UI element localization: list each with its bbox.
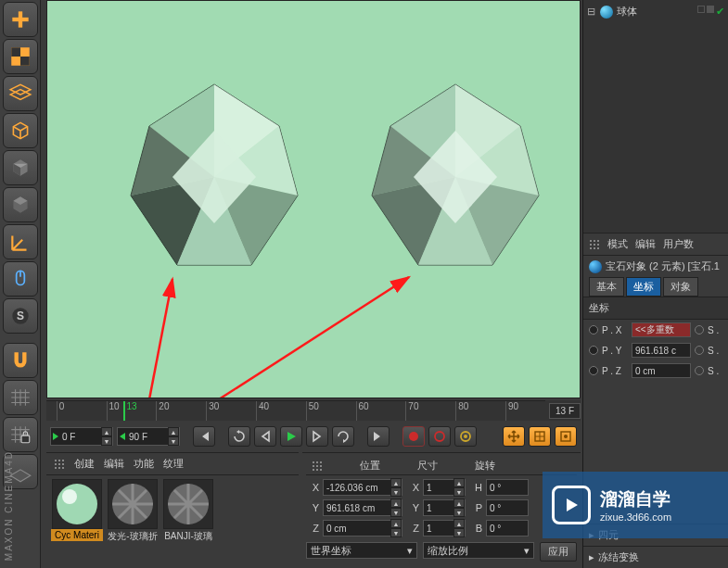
menu-function[interactable]: 功能 bbox=[134, 457, 154, 471]
tab-object[interactable]: 对象 bbox=[663, 277, 698, 297]
tool-magnet[interactable] bbox=[3, 343, 38, 378]
end-frame-field[interactable]: 90 F ▲▼ bbox=[117, 427, 180, 446]
material-label[interactable]: BANJI-玻璃 bbox=[162, 529, 214, 544]
rot-p-field[interactable]: 0 ° bbox=[486, 499, 529, 516]
material-label[interactable]: 发光-玻璃折 bbox=[107, 529, 159, 544]
autokey-button[interactable] bbox=[428, 426, 451, 447]
playhead[interactable] bbox=[123, 401, 125, 421]
size-y-field[interactable]: 1▲▼ bbox=[423, 499, 466, 516]
material-thumb[interactable] bbox=[163, 479, 213, 529]
head-position: 位置 bbox=[360, 459, 380, 473]
drag-dots-icon[interactable] bbox=[54, 459, 65, 470]
tool-sphere[interactable]: S bbox=[3, 298, 38, 334]
watermark-overlay: 溜溜自学 zixue.3d66.com bbox=[543, 472, 728, 538]
record-button[interactable] bbox=[402, 426, 425, 447]
play-button[interactable] bbox=[280, 426, 302, 447]
gem-object-2[interactable] bbox=[363, 75, 548, 279]
accordion-freeze[interactable]: ▸ 冻结变换 bbox=[583, 546, 728, 568]
drag-dots-icon[interactable] bbox=[589, 239, 600, 250]
tool-grid[interactable] bbox=[3, 76, 38, 111]
tab-coord[interactable]: 坐标 bbox=[626, 277, 661, 297]
key-radio[interactable] bbox=[589, 366, 598, 375]
tool-grid2[interactable] bbox=[3, 380, 38, 415]
viewport[interactable] bbox=[46, 0, 581, 398]
tool-axis[interactable] bbox=[3, 224, 38, 259]
head-rotation: 旋转 bbox=[475, 459, 495, 473]
goto-start-button[interactable] bbox=[193, 426, 215, 447]
visibility-editor-toggle[interactable] bbox=[697, 6, 705, 13]
attr-mode[interactable]: 模式 bbox=[607, 237, 628, 251]
spin-down[interactable]: ▼ bbox=[101, 436, 112, 446]
object-tree[interactable]: ⊟ 球体 ✔ bbox=[583, 0, 728, 234]
gem-object-1[interactable] bbox=[121, 75, 307, 279]
menu-edit[interactable]: 编辑 bbox=[104, 457, 124, 471]
loop-button[interactable] bbox=[228, 426, 250, 447]
size-z-field[interactable]: 1▲▼ bbox=[423, 520, 466, 536]
prop-row-py: P . Y 961.618 c S . bbox=[583, 340, 728, 360]
key-radio[interactable] bbox=[589, 346, 598, 355]
brand-label: MAXON CINEMA4D bbox=[4, 450, 14, 561]
next-key-button[interactable] bbox=[306, 426, 328, 447]
tool-cube-shaded[interactable] bbox=[3, 150, 38, 185]
apply-button[interactable]: 应用 bbox=[540, 542, 577, 562]
coord-row-y: Y 961.618 cm▲▼ Y 1▲▼ P 0 ° bbox=[306, 499, 577, 516]
timeline[interactable]: 0 10 13 20 30 40 50 60 70 80 90 13 F bbox=[46, 400, 581, 421]
pos-z-field[interactable]: 0 cm▲▼ bbox=[323, 520, 402, 536]
tool-cube-wire[interactable] bbox=[3, 113, 38, 148]
prop-value-pz[interactable]: 0 cm bbox=[632, 363, 691, 378]
pos-x-field[interactable]: -126.036 cm▲▼ bbox=[323, 479, 402, 496]
svg-rect-1 bbox=[18, 11, 21, 27]
drag-dots-icon[interactable] bbox=[312, 461, 323, 472]
timeline-ruler[interactable]: 0 10 13 20 30 40 50 60 70 80 90 bbox=[46, 400, 545, 421]
material-slot-0[interactable]: Cyc Materi bbox=[50, 479, 104, 544]
tab-basic[interactable]: 基本 bbox=[589, 277, 624, 297]
menu-create[interactable]: 创建 bbox=[74, 457, 95, 471]
align-center-button[interactable] bbox=[555, 426, 577, 447]
key-radio[interactable] bbox=[695, 325, 704, 334]
spin-down[interactable]: ▼ bbox=[168, 436, 179, 446]
tool-texture[interactable] bbox=[3, 39, 38, 74]
material-slot-1[interactable]: 发光-玻璃折 bbox=[106, 479, 160, 544]
align-move-button[interactable] bbox=[503, 426, 525, 447]
prev-key-button[interactable] bbox=[254, 426, 276, 447]
material-thumb[interactable] bbox=[52, 479, 102, 529]
pos-y-field[interactable]: 961.618 cm▲▼ bbox=[323, 499, 402, 516]
material-thumb[interactable] bbox=[108, 479, 158, 529]
tool-cube-solid[interactable] bbox=[3, 187, 38, 222]
key-radio[interactable] bbox=[695, 366, 704, 375]
enable-check-icon[interactable]: ✔ bbox=[716, 6, 724, 18]
play-logo-icon bbox=[552, 486, 591, 524]
expand-icon[interactable]: ⊟ bbox=[587, 6, 596, 18]
tool-grid-lock[interactable] bbox=[3, 417, 38, 452]
current-frame-badge[interactable]: 13 F bbox=[549, 403, 581, 419]
coord-footer: 世界坐标▾ 缩放比例▾ 应用 bbox=[306, 542, 577, 562]
coord-space-dropdown[interactable]: 世界坐标▾ bbox=[306, 542, 417, 559]
attr-edit[interactable]: 编辑 bbox=[635, 237, 656, 251]
prop-row-pz: P . Z 0 cm S . bbox=[583, 360, 728, 381]
svg-point-33 bbox=[464, 435, 467, 438]
material-slot-2[interactable]: BANJI-玻璃 bbox=[161, 479, 215, 544]
key-radio[interactable] bbox=[695, 346, 704, 355]
align-grid-button[interactable] bbox=[529, 426, 551, 447]
visibility-render-toggle[interactable] bbox=[707, 6, 714, 13]
prop-value-px[interactable]: <<多重数 bbox=[632, 322, 691, 337]
prop-value-py[interactable]: 961.618 c bbox=[632, 343, 691, 358]
start-frame-field[interactable]: 0 F ▲▼ bbox=[50, 427, 113, 446]
spin-up[interactable]: ▲ bbox=[168, 427, 179, 436]
menu-texture[interactable]: 纹理 bbox=[163, 457, 184, 471]
object-name[interactable]: 球体 bbox=[617, 5, 637, 19]
tree-row-sphere[interactable]: ⊟ 球体 ✔ bbox=[587, 4, 724, 19]
tool-mouse[interactable] bbox=[3, 261, 38, 297]
rot-h-field[interactable]: 0 ° bbox=[486, 479, 529, 496]
rot-b-field[interactable]: 0 ° bbox=[486, 520, 529, 536]
key-options-button[interactable] bbox=[454, 426, 477, 447]
forward-button[interactable] bbox=[332, 426, 354, 447]
tool-move[interactable] bbox=[3, 2, 38, 37]
spin-up[interactable]: ▲ bbox=[101, 427, 112, 436]
goto-end-button[interactable] bbox=[367, 426, 390, 447]
material-label[interactable]: Cyc Materi bbox=[51, 529, 103, 541]
attr-userdata[interactable]: 用户数 bbox=[663, 237, 694, 251]
size-x-field[interactable]: 1▲▼ bbox=[423, 479, 466, 496]
scale-mode-dropdown[interactable]: 缩放比例▾ bbox=[423, 542, 534, 559]
key-radio[interactable] bbox=[589, 325, 598, 334]
